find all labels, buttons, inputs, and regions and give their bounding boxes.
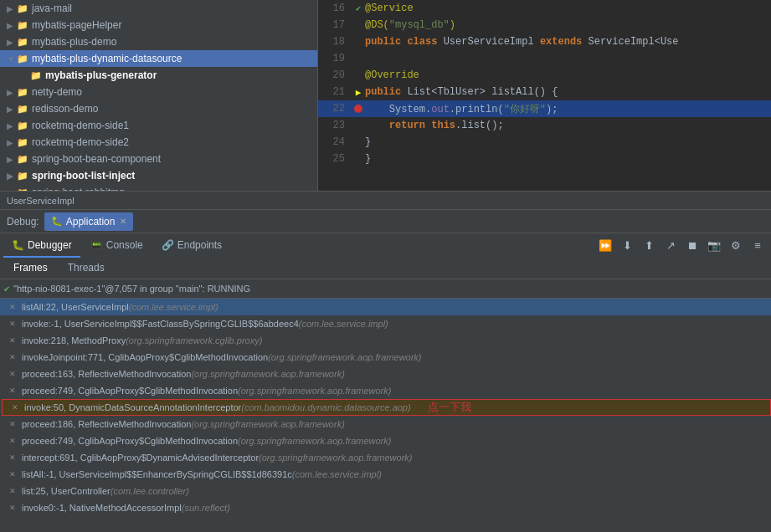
toolbar-btn-step-over[interactable]: ⏩: [595, 236, 615, 256]
frame-method: intercept:691, CglibAopProxy$DynamicAdvi…: [22, 453, 259, 463]
sub-tabbar: Frames Threads: [0, 258, 771, 279]
file-tree-item[interactable]: ▶📁mybatis-pageHelper: [0, 17, 317, 33]
code-content: return this.list();: [365, 120, 504, 131]
stack-frame[interactable]: ✕proceed:163, ReflectiveMethodInvocation…: [0, 366, 771, 382]
file-tree-item[interactable]: ▶📁rocketmq-demo-side1: [0, 117, 317, 134]
line-number: 19: [321, 53, 345, 64]
thread-indicator: ✔ "http-nio-8081-exec-1"@7,057 in group …: [0, 279, 771, 298]
stack-frame[interactable]: ✕listAll:22, UserServiceImpl (com.lee.se…: [0, 299, 771, 315]
stack-frame[interactable]: ✕invoke:-1, UserServiceImpl$$FastClassBy…: [0, 315, 771, 332]
code-line: 24}: [318, 134, 771, 151]
frame-package: (org.springframework.cglib.proxy): [126, 335, 262, 345]
tab-debugger[interactable]: 🐛 Debugger: [3, 234, 80, 258]
frame-icon: ✕: [7, 351, 18, 363]
breakpoint-icon: [354, 105, 362, 113]
line-number: 21: [321, 86, 345, 98]
toolbar-btn-settings[interactable]: ⚙: [726, 236, 746, 256]
frame-icon: ✕: [7, 368, 18, 380]
file-tree-item[interactable]: 📁mybatis-plus-generator: [0, 67, 317, 84]
file-tree-item-label: mybatis-plus-demo: [32, 36, 116, 48]
file-tree-item-label: mybatis-pageHelper: [32, 19, 121, 31]
file-tree-item[interactable]: ▶📁mybatis-plus-demo: [0, 33, 317, 50]
tree-arrow-icon: ▶: [7, 171, 17, 181]
toolbar-btn-more[interactable]: ≡: [748, 236, 768, 256]
stack-frame[interactable]: ✕invoke:218, MethodProxy (org.springfram…: [0, 332, 771, 349]
sub-tab-frames[interactable]: Frames: [3, 258, 58, 279]
file-tree-item[interactable]: ▶📁netty-demo: [0, 84, 317, 100]
frames-tab-label: Frames: [13, 262, 48, 274]
code-line: 20@Override: [318, 67, 771, 84]
code-line: 19: [318, 50, 771, 67]
stack-frame[interactable]: ✕invoke0:-1, NativeMethodAccessorImpl (s…: [0, 499, 771, 516]
code-content: public class UserServiceImpl extends Ser…: [365, 36, 679, 48]
file-tree-item[interactable]: ▶📁spring-boot-rabbitmq: [0, 184, 317, 191]
toolbar-btn-run-to-cursor[interactable]: ↗: [660, 236, 681, 256]
frame-icon: ✕: [7, 468, 18, 480]
gutter-icon: [352, 105, 365, 113]
file-tree-item[interactable]: ▶📁rocketmq-demo-side2: [0, 134, 317, 151]
tab-console[interactable]: 📟 Console: [82, 234, 152, 258]
endpoints-icon: 🔗: [162, 239, 174, 251]
frame-icon: ✕: [7, 385, 18, 396]
tree-arrow-icon: ▶: [7, 4, 17, 13]
frame-method: proceed:749, CglibAopProxy$CglibMethodIn…: [22, 386, 238, 396]
sub-tab-threads[interactable]: Threads: [58, 258, 115, 279]
tree-arrow-icon: ▶: [7, 105, 17, 114]
file-tree-item[interactable]: ▶📁redisson-demo: [0, 100, 317, 117]
frame-package: (org.springframework.aop.framework): [238, 436, 391, 446]
toolbar-btn-step-into[interactable]: ⬇: [617, 236, 637, 256]
frame-package: (com.lee.controller): [111, 486, 189, 496]
debugger-icon: 🐛: [12, 239, 24, 251]
toolbar-btn-stop[interactable]: ⏹: [682, 236, 702, 256]
frame-icon: ✕: [7, 452, 18, 463]
stack-frame[interactable]: ✕list:25, UserController (com.lee.contro…: [0, 483, 771, 499]
tree-arrow-icon: ▶: [7, 155, 17, 164]
stack-frame[interactable]: ✕proceed:749, CglibAopProxy$CglibMethodI…: [0, 382, 771, 399]
code-content: System.out.println("你好呀");: [365, 102, 558, 116]
line-number: 18: [321, 36, 345, 48]
frame-icon: ✕: [7, 502, 18, 514]
frame-method: proceed:749, CglibAopProxy$CglibMethodIn…: [22, 436, 238, 446]
code-line: 21▶public List<TblUser> listAll() {: [318, 84, 771, 100]
stack-frame[interactable]: ✕proceed:749, CglibAopProxy$CglibMethodI…: [0, 432, 771, 449]
file-tree-item[interactable]: ▶📁spring-boot-bean-component: [0, 151, 317, 167]
tree-arrow-icon: ▶: [7, 38, 17, 47]
file-tree-item-label: java-mail: [32, 3, 72, 14]
frame-package: (org.springframework.aop.framework): [238, 386, 391, 396]
file-tree: ▶📁java-mail▶📁mybatis-pageHelper▶📁mybatis…: [0, 0, 318, 191]
frame-annotation: 点一下我: [428, 400, 471, 415]
line-number: 24: [321, 136, 345, 148]
tree-arrow-icon: ▶: [7, 88, 17, 97]
debug-tab-close[interactable]: ✕: [120, 217, 126, 226]
stack-frame[interactable]: ✕invokeJoinpoint:771, CglibAopProxy$Cgli…: [0, 349, 771, 366]
frame-icon: ✕: [7, 335, 18, 346]
code-line: 18public class UserServiceImpl extends S…: [318, 33, 771, 50]
frame-method: proceed:163, ReflectiveMethodInvocation: [22, 369, 191, 379]
debugger-toolbar: 🐛 Debugger 📟 Console 🔗 Endpoints ⏩ ⬇ ⬆ ↗…: [0, 233, 771, 258]
file-name-label: UserServiceImpl: [7, 196, 75, 206]
frame-method: list:25, UserController: [22, 486, 111, 496]
folder-icon: 📁: [30, 70, 42, 81]
folder-icon: 📁: [17, 171, 28, 182]
toolbar-btn-snapshot[interactable]: 📷: [704, 236, 724, 256]
file-tree-item[interactable]: ▶📁java-mail: [0, 0, 317, 17]
stack-frame[interactable]: ✕listAll:-1, UserServiceImpl$$EnhancerBy…: [0, 466, 771, 483]
file-tree-item-label: mybatis-plus-dynamic-datasource: [32, 53, 182, 64]
stack-frame[interactable]: ✕invoke:50, DynamicDataSourceAnnotationI…: [2, 399, 771, 416]
stack-frame[interactable]: ✕intercept:691, CglibAopProxy$DynamicAdv…: [0, 449, 771, 466]
tab-endpoints[interactable]: 🔗 Endpoints: [153, 234, 230, 258]
code-content: }: [365, 153, 371, 165]
file-tree-item[interactable]: ▼📁mybatis-plus-dynamic-datasource: [0, 50, 317, 67]
line-number: 16: [321, 3, 345, 14]
file-tree-item-label: netty-demo: [32, 86, 82, 98]
frame-icon: ✕: [7, 485, 18, 497]
file-tree-item[interactable]: ▶📁spring-boot-list-inject: [0, 167, 317, 184]
frame-icon: ✕: [7, 318, 18, 330]
toolbar-btn-step-out[interactable]: ⬆: [639, 236, 659, 256]
frame-package: (com.lee.service.impl): [299, 319, 388, 329]
debug-application-tab[interactable]: 🐛 Application ✕: [44, 212, 134, 231]
stack-frame[interactable]: ✕proceed:186, ReflectiveMethodInvocation…: [0, 416, 771, 432]
code-panel: 16✔@Service17@DS("mysql_db")18public cla…: [318, 0, 771, 191]
frame-package: (org.springframework.aop.framework): [191, 369, 344, 379]
frame-package: (com.lee.service.impl): [129, 302, 218, 312]
